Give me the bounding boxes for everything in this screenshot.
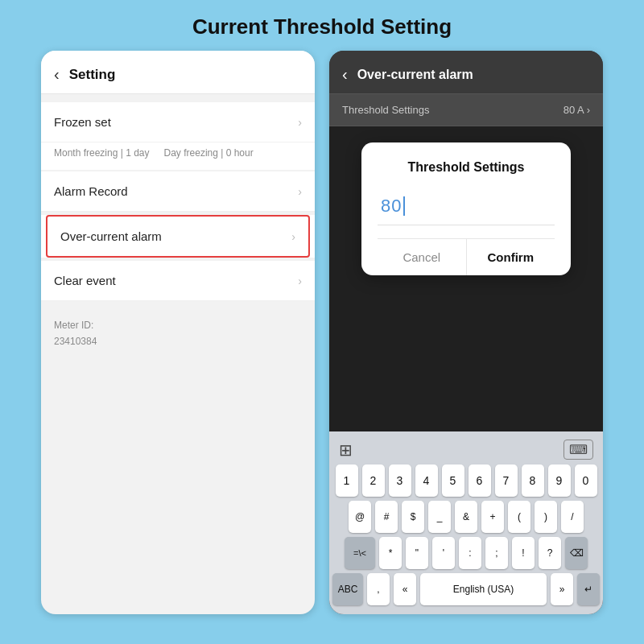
meter-label: Meter ID: 23410384 [54,320,97,347]
kb-key-ampersand[interactable]: & [455,501,477,533]
frozen-sub2: Day freezing | 0 hour [164,147,254,159]
right-screen-header: ‹ Over-current alarm [329,51,603,93]
kb-key-6[interactable]: 6 [469,464,491,497]
kb-key-0[interactable]: 0 [575,464,597,497]
page-title: Current Threshold Setting [0,0,644,51]
meter-id-label: Meter ID: [54,320,93,331]
kb-key-close-paren[interactable]: ) [535,501,557,533]
kb-key-colon[interactable]: : [459,537,481,569]
kb-key-equals-backslash[interactable]: =\< [345,537,375,569]
frozen-set-item[interactable]: Frozen set › [41,102,315,142]
right-screen-title: Over-current alarm [357,68,473,82]
kb-row-symbols2: =\< * " ' : ; ! ? ⌫ [332,537,600,569]
left-screen: ‹ Setting Frozen set › Month freezing | … [41,51,315,614]
dialog-input-value: 80 [381,196,402,217]
left-screen-header: ‹ Setting [41,51,315,94]
kb-key-quote[interactable]: " [406,537,428,569]
dialog-actions: Cancel Confirm [378,238,555,275]
screens-row: ‹ Setting Frozen set › Month freezing | … [0,51,644,614]
right-back-arrow[interactable]: ‹ [342,65,348,84]
alarm-record-chevron: › [298,185,302,198]
kb-key-apostrophe[interactable]: ' [432,537,455,569]
kb-key-asterisk[interactable]: * [379,537,402,569]
kb-key-comma[interactable]: , [367,573,390,605]
keyboard-toolbar: ⊞ ⌨ [332,436,600,464]
threshold-row-value: 80 A › [564,104,590,116]
kb-row-numbers: 1 2 3 4 5 6 7 8 9 0 [332,464,600,497]
confirm-button[interactable]: Confirm [467,239,555,275]
right-screen: ‹ Over-current alarm Threshold Settings … [329,51,603,614]
kb-key-2[interactable]: 2 [362,464,385,497]
kb-key-4[interactable]: 4 [415,464,438,497]
keyboard-hide-icon[interactable]: ⌨ [564,440,593,460]
threshold-settings-row[interactable]: Threshold Settings 80 A › [329,93,603,126]
clear-event-section: Clear event › [41,261,315,301]
keyboard-grid-icon[interactable]: ⊞ [339,440,353,460]
alarm-record-section: Alarm Record › [41,171,315,212]
frozen-set-sub: Month freezing | 1 day Day freezing | 0 … [41,142,315,170]
kb-key-semicolon[interactable]: ; [485,537,508,569]
kb-row-bottom: ABC , « English (USA) » ↵ [332,573,600,605]
kb-key-underscore[interactable]: _ [428,501,451,533]
keyboard-area: ⊞ ⌨ 1 2 3 4 5 6 7 8 9 0 [329,431,603,614]
threshold-row-label: Threshold Settings [342,104,429,116]
dialog-input-cursor [403,196,405,216]
kb-key-hash[interactable]: # [375,501,398,533]
kb-key-space[interactable]: English (USA) [420,573,547,605]
over-current-label: Over-current alarm [60,229,162,243]
meter-id-value: 23410384 [54,336,97,347]
kb-key-open-paren[interactable]: ( [508,501,530,533]
left-screen-title: Setting [69,67,116,83]
kb-row-symbols: @ # $ _ & + ( ) / [332,501,600,533]
kb-key-slash[interactable]: / [561,501,584,533]
kb-key-8[interactable]: 8 [522,464,544,497]
over-current-chevron: › [291,230,295,243]
frozen-set-section: Frozen set › Month freezing | 1 day Day … [41,102,315,170]
kb-key-5[interactable]: 5 [442,464,464,497]
kb-key-guillemet-right[interactable]: » [551,573,573,605]
dialog-input-row[interactable]: 80 [378,188,555,225]
dialog-title: Threshold Settings [378,160,555,175]
left-menu-list: Frozen set › Month freezing | 1 day Day … [41,94,315,364]
kb-key-exclamation[interactable]: ! [512,537,535,569]
kb-key-return[interactable]: ↵ [577,573,600,605]
frozen-set-label: Frozen set [54,115,111,129]
kb-key-7[interactable]: 7 [495,464,518,497]
kb-key-dollar[interactable]: $ [402,501,424,533]
left-back-arrow[interactable]: ‹ [54,65,60,84]
kb-key-1[interactable]: 1 [336,464,358,497]
over-current-section: Over-current alarm › [41,215,315,258]
frozen-sub1: Month freezing | 1 day [54,147,150,159]
alarm-record-item[interactable]: Alarm Record › [41,171,315,212]
clear-event-item[interactable]: Clear event › [41,261,315,301]
threshold-dialog: Threshold Settings 80 Cancel Confirm [361,142,571,275]
meter-info: Meter ID: 23410384 [41,303,315,364]
kb-key-abc[interactable]: ABC [332,573,363,605]
frozen-set-chevron: › [298,116,302,129]
kb-key-question[interactable]: ? [539,537,561,569]
dialog-overlay: Threshold Settings 80 Cancel Confirm [329,126,603,431]
kb-key-plus[interactable]: + [481,501,504,533]
alarm-record-label: Alarm Record [54,184,128,198]
kb-key-9[interactable]: 9 [548,464,571,497]
page-container: Current Threshold Setting ‹ Setting Froz… [0,0,644,614]
kb-key-backspace[interactable]: ⌫ [565,537,588,569]
clear-event-chevron: › [298,275,302,287]
kb-key-guillemet-left[interactable]: « [394,573,416,605]
over-current-item[interactable]: Over-current alarm › [46,215,310,258]
cancel-button[interactable]: Cancel [378,239,467,275]
kb-key-3[interactable]: 3 [389,464,411,497]
kb-key-at[interactable]: @ [349,501,371,533]
dialog-area: Threshold Settings 80 Cancel Confirm [329,126,603,431]
clear-event-label: Clear event [54,274,116,287]
